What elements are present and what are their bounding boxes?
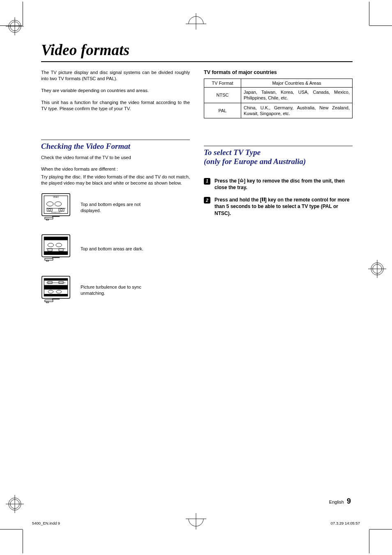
svg-rect-44	[44, 294, 68, 296]
svg-rect-32	[44, 252, 68, 255]
registration-mark-icon	[5, 16, 25, 36]
registration-mark-icon	[5, 494, 25, 514]
svg-rect-52	[240, 181, 243, 182]
section-heading-select: To select TV Type (only for Europe and A…	[204, 146, 353, 166]
svg-rect-51	[46, 302, 48, 303]
tv-illustration-sync-icon	[41, 275, 71, 305]
tv-illustration-letterbox-icon	[41, 234, 71, 264]
svg-rect-28	[46, 219, 48, 220]
svg-rect-50	[45, 300, 53, 301]
table-header: TV Format	[204, 79, 241, 88]
table-cell: Japan, Taiwan, Korea, USA, Canada, Mexic…	[241, 88, 353, 103]
table-cell: China, U.K., Germany, Australia, New Zea…	[241, 103, 353, 118]
table-cell: PAL	[204, 103, 241, 118]
table-row: NTSC Japan, Taiwan, Korea, USA, Canada, …	[204, 88, 353, 103]
svg-rect-45	[48, 281, 52, 283]
crop-mark	[23, 2, 23, 25]
imprint-timestamp: 07.3.29 14:05:57	[331, 521, 360, 525]
svg-text:KENWOOD: KENWOOD	[51, 211, 60, 213]
svg-rect-36	[59, 249, 63, 251]
crop-mark	[369, 529, 392, 530]
svg-point-23	[48, 209, 51, 211]
table-cell: NTSC	[204, 88, 241, 103]
step-item: 1 Press the [] key to remove the disc fr…	[204, 178, 353, 191]
crop-mark	[369, 2, 369, 25]
step-text: Press the [] key to remove the disc from…	[214, 178, 353, 191]
svg-point-5	[9, 498, 21, 510]
svg-rect-39	[46, 260, 48, 261]
example-caption: Picture turbulence due to sync unmatchin…	[81, 284, 154, 296]
svg-rect-53	[262, 198, 263, 201]
svg-point-19	[47, 201, 53, 206]
section-heading-checking: Checking the Video Format	[41, 139, 190, 151]
svg-rect-38	[45, 259, 53, 260]
footer-language: English	[329, 500, 344, 504]
svg-text:VIDEO: VIDEO	[53, 196, 59, 198]
eject-icon	[240, 178, 244, 184]
svg-rect-43	[44, 285, 68, 289]
step-text: Press and hold the [] key on the remote …	[214, 197, 353, 217]
page-footer: English 9	[329, 497, 351, 506]
svg-point-33	[48, 243, 53, 247]
svg-point-34	[56, 243, 62, 247]
page-title: Video formats	[41, 41, 353, 62]
svg-rect-46	[59, 281, 63, 283]
crop-mark	[0, 529, 23, 530]
svg-point-1	[9, 20, 21, 32]
svg-point-47	[48, 290, 53, 293]
svg-rect-42	[44, 278, 68, 280]
body-text: Try playing the disc. If the video forma…	[41, 174, 190, 186]
svg-rect-35	[48, 249, 52, 251]
svg-point-8	[373, 264, 382, 273]
table-row: PAL China, U.K., Germany, Australia, New…	[204, 103, 353, 118]
svg-point-9	[371, 263, 383, 275]
svg-point-4	[10, 500, 19, 509]
svg-point-20	[55, 201, 61, 206]
intro-paragraph: They are variable depending on countries…	[41, 88, 190, 94]
svg-rect-27	[45, 217, 53, 219]
table-header: Major Countries & Areas	[241, 79, 353, 88]
intro-paragraph: This unit has a function for changing th…	[41, 99, 190, 112]
registration-mark-icon	[367, 259, 387, 279]
table-heading: TV formats of major countries	[204, 69, 353, 75]
crop-mark	[369, 25, 392, 26]
imprint-file: 5400_EN.indd 9	[32, 521, 60, 525]
tv-illustration-cropped-icon: VIDEO KENWOOD	[41, 193, 71, 222]
example-caption: Top and bottom edges are not displayed.	[81, 201, 154, 214]
svg-point-48	[56, 290, 62, 293]
step-number-badge: 2	[204, 197, 210, 204]
svg-point-0	[10, 22, 19, 31]
body-text: When the video formats are different :	[41, 166, 190, 172]
crop-mark	[0, 25, 23, 26]
body-text: Check the video format of the TV to be u…	[41, 155, 190, 161]
step-number-badge: 1	[204, 178, 210, 185]
fold-registration-icon	[182, 13, 210, 30]
tv-formats-table: TV Format Major Countries & Areas NTSC J…	[204, 79, 353, 118]
page-number: 9	[347, 497, 351, 505]
svg-rect-54	[264, 198, 265, 201]
imprint-line: 5400_EN.indd 9 07.3.29 14:05:57	[32, 521, 360, 525]
example-caption: Top and bottom areas are dark.	[81, 246, 143, 252]
pause-icon	[262, 197, 265, 203]
intro-paragraph: The TV picture display and disc signal s…	[41, 69, 190, 82]
crop-mark	[23, 530, 23, 553]
svg-point-24	[60, 209, 62, 211]
step-item: 2 Press and hold the [] key on the remot…	[204, 197, 353, 217]
crop-mark	[369, 530, 369, 553]
svg-rect-31	[44, 237, 68, 240]
